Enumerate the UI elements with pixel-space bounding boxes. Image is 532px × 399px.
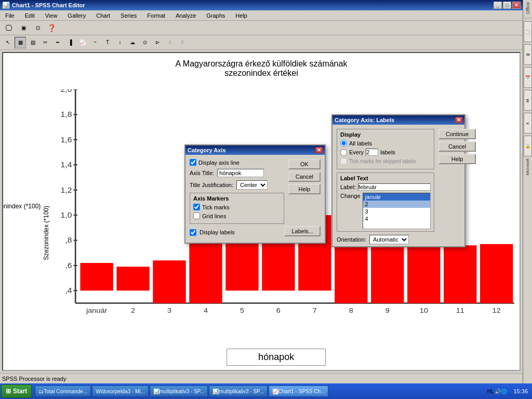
start-icon: ⊞ [6,388,11,395]
start-button[interactable]: ⊞ Start [1,384,32,398]
tb-btn-2[interactable]: ▣ [17,22,30,34]
list-box-container: január 2 3 4 [363,193,431,229]
dialog-category-axis-close[interactable]: ✕ [315,147,323,153]
dialog-cl-cancel[interactable]: Cancel [438,141,476,152]
svg-text:4: 4 [204,306,208,314]
taskbar-item-1-label: idosorpelda3 - Mi... [101,389,145,394]
tb2-btn-15[interactable]: A [177,37,188,48]
label-value-input[interactable] [358,183,431,191]
rp-item-6[interactable]: 🔒 [524,136,532,156]
display-labels-row: Display labels Labels... [190,226,321,238]
dialog-cl-continue[interactable]: Continue [438,129,476,139]
rp-item-1[interactable]: 📋 [524,21,532,42]
tb2-btn-10[interactable]: ↕ [114,37,126,48]
title-just-select[interactable]: Center Left Right [236,180,268,190]
menu-chart[interactable]: Chart [93,11,113,20]
menu-analyze[interactable]: Analyze [172,11,199,20]
tb2-btn-2[interactable]: ▦ [15,37,26,48]
taskbar-item-2[interactable]: 📊 multiplikativ3 - SP... [150,385,208,397]
tb2-btn-8[interactable]: ~ [89,37,101,48]
labels-button[interactable]: Labels... [284,226,321,236]
dialog-category-axis: Category Axis ✕ Display axis line Axis T… [184,144,326,244]
window-icon: 📊 [2,2,10,9]
dialog-ca-main: Display axis line Axis Title: Title Just… [190,159,321,224]
checkbox-display-axis[interactable] [190,159,196,166]
dialog-cl-help[interactable]: Help [438,154,476,164]
rp-sep [524,17,532,19]
rp-item-2[interactable]: ✉ [524,44,532,65]
taskbar-item-1[interactable]: W idosorpelda3 - Mi... [92,385,149,397]
dialog-category-axis-body: Display axis line Axis Title: Title Just… [185,155,325,243]
list-item-2[interactable]: 3 [363,208,430,215]
taskbar-items: 🗂 Total Commande... W idosorpelda3 - Mi.… [33,385,485,397]
dialog-cat-labels-close[interactable]: ✕ [455,117,462,123]
bar-3 [153,260,185,303]
menu-edit[interactable]: Edit [22,11,38,20]
label-text-group: Label Text Label: Change január 2 3 4 [337,172,434,232]
tb2-btn-4[interactable]: ✂ [39,37,51,48]
tb2-btn-9[interactable]: T [102,37,113,48]
svg-text:2: 2 [131,306,135,314]
rp-item-4[interactable]: W [524,90,532,111]
svg-text:1,2: 1,2 [61,185,72,194]
rp-item-3[interactable]: 📅 [524,67,532,88]
taskbar-clock: 15:36 [509,388,532,394]
display-labels-label: Display labels [200,229,235,235]
tb2-btn-1[interactable]: ↖ [2,37,14,48]
all-labels-radio[interactable] [340,140,347,147]
close-button[interactable]: ✕ [512,2,521,9]
tb2-btn-14[interactable]: A [164,37,176,48]
minimize-button[interactable]: _ [494,2,502,9]
tb-btn-4[interactable]: ❓ [46,22,57,34]
right-panel: Office 📋 ✉ 📅 W X 🔒 Microsoft [523,0,532,383]
menu-format[interactable]: Format [144,11,168,20]
x-axis-title-box: hónapok [227,349,326,366]
tb2-btn-12[interactable]: ⊙ [139,37,151,48]
tb2-btn-7[interactable]: 📈 [77,37,88,48]
every-radio[interactable] [340,149,347,156]
orientation-select[interactable]: Automatic Horizontal Vertical [369,235,409,244]
grid-lines-label: Grid lines [202,213,226,219]
svg-text:1,4: 1,4 [61,161,72,169]
dialog-ca-cancel[interactable]: Cancel [288,171,321,182]
grid-lines-checkbox[interactable] [193,212,200,219]
taskbar-item-4[interactable]: 📈 Chart1 - SPSS Ch... [269,385,328,397]
taskbar-item-3[interactable]: 📊 multiplikativ3 - SP... [209,385,268,397]
tb-btn-3[interactable]: ⊡ [31,22,45,34]
title-bar-left: 📊 Chart1 - SPSS Chart Editor [2,2,85,9]
list-box[interactable]: január 2 3 4 [363,193,431,229]
tick-marks-row: Tick marks [193,204,281,210]
dialog-ca-help[interactable]: Help [288,184,321,194]
menu-file[interactable]: File [2,11,18,20]
menu-series[interactable]: Series [117,11,140,20]
title-bar-buttons: _ □ ✕ [494,2,521,9]
tb2-btn-11[interactable]: ☁ [127,37,138,48]
taskbar-item-0[interactable]: 🗂 Total Commande... [35,385,91,397]
list-item-0[interactable]: január [363,193,430,201]
list-item-1[interactable]: 2 [363,201,430,208]
tb2-btn-13[interactable]: ⊳ [152,37,163,48]
dialog-ca-buttons: OK Cancel Help [284,159,321,224]
tb-btn-1[interactable]: 🖵 [2,22,16,34]
tb2-btn-6[interactable]: ▐ [64,37,76,48]
every-value-input[interactable] [366,149,378,156]
tb2-btn-5[interactable]: ━ [52,37,63,48]
status-text: SPSS Processor is ready [2,376,66,382]
axis-title-input[interactable] [217,169,264,177]
axis-title-label: Axis Title: [190,170,214,176]
menu-view[interactable]: View [42,11,61,20]
every-suffix-label: labels [380,149,395,155]
maximize-button[interactable]: □ [503,2,511,9]
dialog-ca-ok[interactable]: OK [288,159,321,169]
list-item-3[interactable]: 4 [363,215,430,222]
menu-help[interactable]: Help [232,11,250,20]
menu-gallery[interactable]: Gallery [64,11,89,20]
start-label: Start [13,388,27,395]
display-labels-checkbox[interactable] [190,229,196,236]
menu-graphs[interactable]: Graphs [203,11,228,20]
tick-marks-checkbox[interactable] [193,204,200,210]
svg-text:,6: ,6 [65,261,72,269]
bar-11 [444,245,476,303]
rp-item-5[interactable]: X [524,113,532,134]
tb2-btn-3[interactable]: ▨ [27,37,38,48]
